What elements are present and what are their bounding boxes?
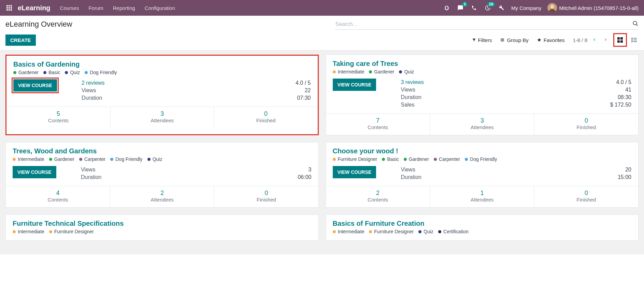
contents-count: 4 [6,190,110,197]
svg-rect-14 [501,40,504,40]
finished-stat[interactable]: 0Finished [534,186,638,207]
debug-icon[interactable] [443,4,450,12]
pager-next[interactable] [602,37,609,43]
tag-label: Certification [443,229,469,234]
search-input[interactable] [335,20,639,29]
attendees-stat[interactable]: 3Attendees [430,114,534,135]
course-card[interactable]: Basics of Furniture CreationIntermediate… [326,214,639,241]
attendees-count: 2 [110,190,214,197]
kanban-view-button[interactable] [613,33,627,47]
view-course-button[interactable]: VIEW COURSE [13,79,57,92]
tag: Quiz [65,70,80,75]
course-tags: Furniture DesignerBasicGardenerCarpenter… [333,156,632,162]
attendees-label: Attendees [110,197,214,203]
tag-label: Intermediate [18,156,44,162]
nav-reporting[interactable]: Reporting [113,5,135,11]
sales-value: $ 172.50 [610,102,631,108]
tag: Intermediate [333,69,364,74]
list-view-button[interactable] [630,36,639,44]
attendees-stat[interactable]: 3Attendees [110,107,214,128]
tag: Gardener [13,70,39,75]
favorites-button[interactable]: Favorites [537,37,565,43]
tag: Gardener [369,69,394,74]
finished-stat[interactable]: 0Finished [534,114,638,135]
sales-label: Sales [401,102,415,108]
attendees-stat[interactable]: 2Attendees [110,186,214,207]
tag-dot-icon [65,71,68,74]
groupby-button[interactable]: Group By [500,37,528,43]
view-course-button[interactable]: VIEW COURSE [13,166,56,178]
course-title[interactable]: Basics of Gardening [13,60,311,68]
contents-label: Contents [6,197,110,203]
contents-stat[interactable]: 2Contents [326,186,430,207]
course-card[interactable]: Furniture Technical SpecificationsInterm… [5,214,319,241]
attendees-label: Attendees [430,124,534,130]
contents-label: Contents [326,197,430,203]
tag-label: Dog Friendly [90,70,117,75]
course-card[interactable]: Basics of GardeningGardenerBasicQuizDog … [5,55,319,135]
tag: Furniture Designer [369,229,414,234]
views-label: Views [81,167,95,173]
attendees-label: Attendees [430,197,534,203]
finished-stat[interactable]: 0Finished [214,186,318,207]
course-card[interactable]: Choose your wood !Furniture DesignerBasi… [326,142,639,208]
tag-dot-icon [49,158,52,161]
reviews-link[interactable]: 2 reviews [82,80,105,86]
activities-icon[interactable]: 28 [484,4,491,12]
nav-forum[interactable]: Forum [88,5,103,11]
svg-rect-7 [9,9,10,11]
views-label: Views [401,167,415,173]
course-title[interactable]: Taking care of Trees [333,60,632,68]
contents-stat[interactable]: 7Contents [326,114,430,135]
reviews-link[interactable]: 3 reviews [401,79,424,85]
course-tags: IntermediateFurniture Designer [13,229,312,234]
course-footer: 5Contents3Attendees0Finished [6,107,318,128]
course-card[interactable]: Taking care of TreesIntermediateGardener… [326,55,639,135]
pager-text: 1-8 / 8 [573,37,587,43]
filters-button[interactable]: Filters [472,37,492,43]
nav-courses[interactable]: Courses [60,5,79,11]
finished-count: 0 [534,190,638,197]
brand[interactable]: eLearning [18,4,51,12]
svg-rect-13 [501,39,504,39]
tools-icon[interactable] [498,4,505,12]
finished-label: Finished [214,117,318,123]
pager-prev[interactable] [591,37,598,43]
view-course-button[interactable]: VIEW COURSE [333,166,376,178]
tag-dot-icon [418,230,421,233]
nav-configuration[interactable]: Configuration [145,5,175,11]
messages-badge: 5 [462,2,468,6]
tag-dot-icon [382,158,385,161]
filters-label: Filters [478,37,492,43]
course-tags: IntermediateGardenerQuiz [333,69,632,74]
course-title[interactable]: Basics of Furniture Creation [333,220,632,227]
apps-icon[interactable] [5,4,13,12]
tag-label: Intermediate [18,229,44,234]
contents-stat[interactable]: 4Contents [6,186,110,207]
course-stats: Views3Duration06:00 [81,166,312,181]
create-button[interactable]: CREATE [5,34,36,46]
user-menu[interactable]: Mitchell Admin (15470857-15-0-all) [547,3,639,13]
activities-badge: 28 [487,2,495,6]
finished-stat[interactable]: 0Finished [214,107,318,128]
phone-icon[interactable] [470,4,478,12]
course-card[interactable]: Trees, Wood and GardensIntermediateGarde… [5,142,319,208]
tag-dot-icon [434,158,437,161]
duration-label: Duration [401,94,421,100]
course-title[interactable]: Choose your wood ! [333,147,632,155]
tag-label: Intermediate [338,69,364,74]
search-icon[interactable] [632,20,639,28]
favorites-label: Favorites [544,37,565,43]
contents-stat[interactable]: 5Contents [6,107,110,128]
course-title[interactable]: Trees, Wood and Gardens [13,147,312,155]
view-course-button[interactable]: VIEW COURSE [333,79,376,91]
company-selector[interactable]: My Company [511,5,541,11]
tag: Gardener [49,156,74,162]
messages-icon[interactable]: 5 [457,4,464,12]
svg-point-20 [631,38,633,39]
tag-label: Gardener [18,70,39,75]
course-title[interactable]: Furniture Technical Specifications [13,220,312,227]
attendees-stat[interactable]: 1Attendees [430,186,534,207]
course-footer: 4Contents2Attendees0Finished [6,186,318,207]
tag-label: Furniture Designer [54,229,94,234]
